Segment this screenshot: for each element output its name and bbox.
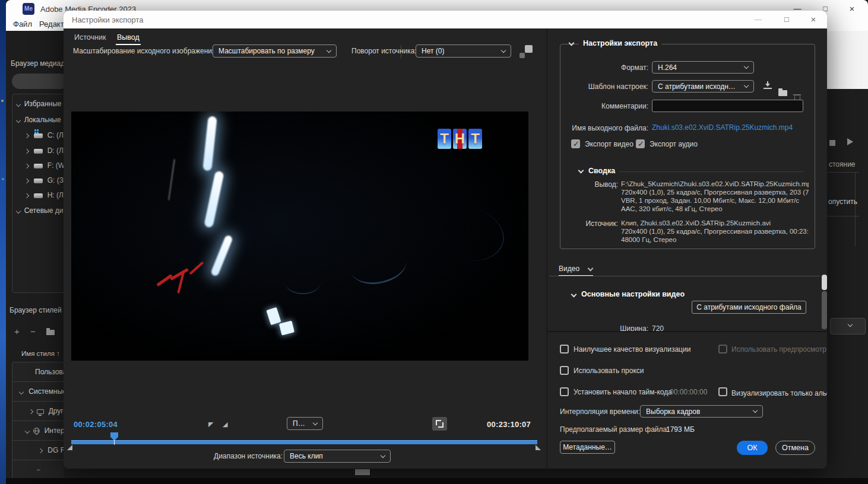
summary-output-line: VBR, 1 проход, Задан. 10,00 Мбит/с, Макс… (621, 197, 809, 204)
preset-column-header[interactable]: Имя стиля ↑ (21, 350, 60, 357)
drive-icon (34, 164, 43, 168)
timeline-scrubber[interactable] (71, 440, 537, 444)
source-range-dropdown[interactable]: Весь клип (284, 450, 391, 463)
metadata-button[interactable]: Метаданные… (560, 441, 615, 454)
sort-ascending-icon: ↑ (56, 350, 60, 357)
horizontal-scrollbar-thumb[interactable] (355, 469, 370, 475)
chevron-down-icon (25, 429, 30, 434)
import-preset-icon[interactable] (778, 90, 787, 96)
render-alpha-checkbox[interactable] (718, 387, 727, 396)
start-timecode-checkbox[interactable] (560, 387, 569, 396)
output-name-label: Имя выходного файла: (515, 124, 648, 132)
tree-item-favorites[interactable]: Избранные (17, 100, 61, 110)
playhead[interactable] (110, 432, 118, 441)
in-point-marker-icon[interactable]: ◤ (208, 421, 213, 428)
tree-item-local[interactable]: Локальные (17, 116, 61, 126)
divider (827, 172, 859, 173)
time-interpolation-dropdown[interactable]: Выборка кадров (640, 405, 763, 418)
source-range-label: Диапазон источника: (214, 452, 280, 460)
tab-output[interactable]: Вывод (117, 33, 140, 42)
tree-item-drive-d[interactable]: D: (Л (25, 147, 64, 157)
media-browser-search-input[interactable] (12, 74, 64, 89)
bottom-panel-strip (6, 478, 868, 484)
remove-preset-button[interactable]: − (30, 326, 36, 336)
queue-dropdown[interactable] (830, 318, 866, 335)
cancel-button[interactable]: Отмена (775, 441, 815, 455)
export-audio-checkbox[interactable] (636, 139, 645, 148)
output-filename-link[interactable]: Zhuki.s03.e02.XviD.SATRip.25Kuzmich.mp4 (652, 123, 793, 132)
export-video-checkbox[interactable] (571, 139, 580, 148)
preset-list: Пользовате Системные Друго Интер DG Fas … (12, 362, 64, 482)
chevron-down-icon[interactable] (588, 266, 594, 272)
chevron-down-icon (381, 453, 385, 457)
use-previews-checkbox (718, 345, 727, 354)
settings-scrollbar-track[interactable] (822, 291, 827, 329)
chevron-down-icon[interactable] (571, 292, 577, 298)
render-alpha-label: Визуализировать только альфа (731, 389, 827, 397)
rotation-label: Поворот источника: (351, 47, 417, 55)
preset-row-user[interactable]: Пользовате (12, 362, 64, 382)
preset-row-other[interactable]: Друго (12, 402, 64, 421)
scaling-dropdown[interactable]: Масштабировать по размеру (213, 44, 337, 58)
chevron-down-icon (16, 209, 21, 214)
rotation-dropdown[interactable]: Нет (0) (416, 44, 511, 58)
save-preset-icon[interactable] (764, 81, 772, 89)
use-proxies-label: Использовать прокси (574, 367, 644, 375)
match-source-button[interactable]: С атрибутами исходного файла (692, 301, 806, 314)
use-proxies-checkbox[interactable] (560, 366, 569, 375)
preset-row-dg-fast[interactable]: DG Fas (12, 441, 64, 460)
dialog-maximize-button[interactable]: □ (777, 12, 797, 27)
chevron-down-icon (313, 420, 318, 425)
tree-item-drive-h[interactable]: H: (Л (25, 191, 64, 202)
video-preview: Т Н Т (71, 112, 528, 361)
comments-input[interactable] (652, 100, 803, 112)
tree-item-drive-g[interactable]: G: (З (25, 176, 64, 187)
range-out-handle[interactable] (536, 445, 541, 450)
export-video-label: Экспорт видео (585, 140, 633, 148)
video-settings-tab[interactable]: Видео (559, 265, 579, 273)
tree-item-drive-c[interactable]: C: (Л (25, 131, 64, 142)
dialog-title: Настройки экспорта (72, 15, 144, 24)
preset-folder-icon[interactable] (46, 330, 55, 335)
start-timecode-label: Установить начало тайм-кода (574, 388, 672, 396)
divider (827, 216, 859, 216)
chevron-right-icon (28, 409, 33, 414)
summary-source-line: 720x400 (1,0), 25 кадра/с, Прогрессивная… (621, 228, 809, 235)
add-preset-button[interactable]: + (14, 326, 20, 336)
skip-button[interactable]: опустить (828, 198, 857, 206)
tree-item-drive-f[interactable]: F: (W (25, 161, 64, 172)
ok-button[interactable]: ОК (737, 441, 768, 455)
stop-icon[interactable] (829, 140, 835, 146)
settings-scrollbar-thumb[interactable] (822, 275, 827, 290)
out-point-marker-icon[interactable]: ◢ (223, 421, 227, 428)
start-queue-icon[interactable] (847, 138, 853, 145)
summary-title: Сводка (588, 167, 615, 175)
tab-source[interactable]: Источник (74, 33, 106, 42)
preset-row-internet[interactable]: Интер (12, 421, 64, 441)
tree-item-network-drives[interactable]: Сетевые ди (17, 206, 63, 217)
export-settings-dialog: Настройки экспорта — □ × Источник Вывод … (64, 11, 827, 469)
summary-output-line: AAC, 320 кбит/с, 48 кГц, Стерео (621, 205, 809, 212)
summary-source-line: 48000 Гц, Стерео (621, 236, 809, 243)
menu-file[interactable]: Файл (13, 20, 32, 28)
drive-icon (34, 149, 43, 154)
divider (546, 331, 827, 332)
chevron-right-icon (24, 133, 29, 138)
aspect-crop-button[interactable] (432, 417, 447, 431)
current-timecode[interactable]: 00:02:05:04 (74, 420, 118, 429)
desktop-wallpaper-sliver (0, 0, 6, 484)
close-button[interactable]: × (842, 2, 862, 16)
chevron-right-icon (24, 164, 29, 168)
dialog-close-button[interactable]: × (803, 12, 823, 27)
best-quality-checkbox[interactable] (560, 345, 569, 354)
windows-logo-icon (34, 129, 36, 131)
divider (546, 28, 547, 469)
range-in-handle[interactable] (67, 445, 72, 450)
preset-dropdown[interactable]: С атрибутами исходного… (652, 80, 754, 93)
zoom-level-dropdown[interactable]: По _ (287, 417, 323, 430)
summary-source-label: Источник: (559, 219, 618, 228)
format-dropdown[interactable]: H.264 (652, 61, 754, 74)
dialog-minimize-button[interactable]: — (748, 12, 768, 27)
system-drive-icon (34, 133, 43, 138)
preset-row-system[interactable]: Системные (12, 382, 64, 402)
